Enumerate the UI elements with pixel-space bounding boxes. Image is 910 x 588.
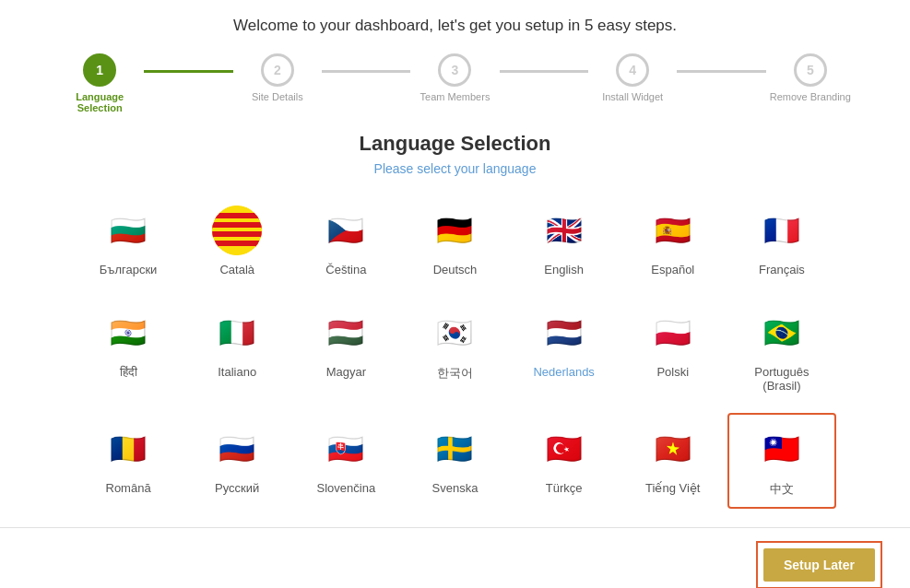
flag-ko: 🇰🇷	[430, 308, 479, 358]
flag-de: 🇩🇪	[430, 206, 479, 255]
lang-zh[interactable]: 🇹🇼 中文	[727, 413, 836, 509]
flag-ru: 🇷🇺	[212, 424, 262, 474]
bottom-bar: Setup Later	[0, 527, 910, 588]
lang-es[interactable]: 🇪🇸 Español	[619, 194, 727, 288]
lang-name-nl: Nederlands	[533, 365, 595, 379]
connector-1-2	[144, 70, 232, 73]
welcome-text: Welcome to your dashboard, let's get you…	[0, 0, 910, 44]
step-label-4: Install Widget	[602, 91, 663, 102]
lang-name-de: Deutsch	[433, 263, 478, 276]
lang-name-es: Español	[651, 263, 694, 276]
lang-name-en: English	[544, 263, 584, 276]
lang-name-pt: Português(Brasil)	[754, 365, 809, 393]
lang-bg[interactable]: 🇧🇬 Български	[74, 194, 183, 288]
lang-ru[interactable]: 🇷🇺 Русский	[183, 413, 291, 509]
lang-name-ko: 한국어	[437, 365, 473, 382]
connector-4-5	[677, 70, 765, 73]
flag-hi: 🇮🇳	[103, 308, 153, 358]
step-circle-4: 4	[616, 53, 649, 87]
flag-vi: 🇻🇳	[648, 424, 698, 474]
step-circle-5: 5	[794, 53, 827, 87]
flag-bg: 🇧🇬	[103, 206, 153, 255]
flag-it: 🇮🇹	[212, 308, 262, 358]
setup-later-button[interactable]: Setup Later	[763, 548, 875, 582]
lang-hu[interactable]: 🇭🇺 Magyar	[291, 297, 400, 404]
lang-name-ca: Català	[219, 263, 254, 276]
lang-pt[interactable]: 🇧🇷 Português(Brasil)	[727, 297, 836, 404]
lang-fr[interactable]: 🇫🇷 Français	[727, 194, 836, 288]
lang-pl[interactable]: 🇵🇱 Polski	[619, 297, 727, 404]
step-5: 5 Remove Branding	[766, 53, 855, 102]
connector-2-3	[322, 70, 410, 73]
lang-name-vi: Tiếng Việt	[645, 481, 700, 495]
lang-ko[interactable]: 🇰🇷 한국어	[400, 297, 509, 404]
lang-name-tr: Türkçe	[546, 481, 583, 495]
lang-sv[interactable]: 🇸🇪 Svenska	[400, 413, 509, 509]
step-4: 4 Install Widget	[588, 53, 677, 102]
lang-nl[interactable]: 🇳🇱 Nederlands	[510, 297, 619, 404]
lang-hi[interactable]: 🇮🇳 हिंदी	[74, 297, 183, 404]
flag-fr: 🇫🇷	[757, 206, 807, 255]
svg-rect-9	[212, 222, 262, 228]
lang-name-hu: Magyar	[326, 365, 366, 379]
lang-name-pl: Polski	[656, 365, 689, 379]
lang-ca[interactable]: Català	[183, 194, 291, 288]
step-label-1: Language Selection	[58, 91, 141, 113]
lang-cs[interactable]: 🇨🇿 Čeština	[291, 194, 400, 288]
lang-name-ro: Română	[106, 481, 151, 495]
flag-zh: 🇹🇼	[757, 424, 807, 474]
flag-ro: 🇷🇴	[103, 424, 153, 474]
step-circle-3: 3	[438, 53, 471, 87]
lang-ro[interactable]: 🇷🇴 Română	[74, 413, 183, 509]
flag-en: 🇬🇧	[539, 206, 589, 255]
flag-ca	[212, 206, 262, 255]
flag-sk: 🇸🇰	[321, 424, 371, 474]
lang-de[interactable]: 🇩🇪 Deutsch	[400, 194, 509, 288]
flag-sv: 🇸🇪	[430, 424, 479, 474]
lang-name-fr: Français	[759, 263, 805, 276]
lang-name-sk: Slovenčina	[317, 481, 376, 495]
svg-rect-8	[212, 213, 262, 218]
step-label-3: Team Members	[420, 91, 490, 102]
step-label-2: Site Details	[252, 91, 303, 102]
lang-name-hi: हिंदी	[120, 365, 137, 380]
step-1: 1 Language Selection	[55, 53, 144, 113]
flag-pt: 🇧🇷	[757, 308, 807, 358]
flag-cs: 🇨🇿	[321, 206, 371, 255]
lang-en[interactable]: 🇬🇧 English	[510, 194, 619, 288]
connector-3-4	[500, 70, 588, 73]
flag-es: 🇪🇸	[648, 206, 698, 255]
main-content: Language Selection Please select your la…	[0, 123, 910, 518]
language-row-2: 🇮🇳 हिंदी 🇮🇹 Italiano 🇭🇺 Magyar 🇰🇷 한국어 🇳🇱…	[74, 297, 836, 404]
section-title: Language Selection	[0, 132, 910, 156]
step-circle-1: 1	[83, 53, 116, 87]
language-row-1: 🇧🇬 Български	[74, 194, 836, 288]
lang-tr[interactable]: 🇹🇷 Türkçe	[510, 413, 619, 509]
setup-later-wrapper: Setup Later	[756, 541, 882, 588]
flag-hu: 🇭🇺	[321, 308, 371, 358]
lang-vi[interactable]: 🇻🇳 Tiếng Việt	[619, 413, 727, 509]
stepper: 1 Language Selection 2 Site Details 3 Te…	[0, 44, 910, 123]
step-label-5: Remove Branding	[770, 91, 851, 102]
step-3: 3 Team Members	[410, 53, 499, 102]
lang-name-cs: Čeština	[325, 263, 366, 276]
lang-name-bg: Български	[100, 263, 158, 276]
section-subtitle: Please select your language	[0, 161, 910, 176]
lang-name-ru: Русский	[215, 481, 259, 495]
step-2: 2 Site Details	[233, 53, 322, 102]
svg-rect-10	[212, 231, 262, 237]
lang-sk[interactable]: 🇸🇰 Slovenčina	[291, 413, 400, 509]
lang-name-it: Italiano	[218, 365, 256, 379]
svg-rect-11	[212, 241, 262, 246]
step-circle-2: 2	[261, 53, 294, 87]
lang-name-zh: 中文	[770, 481, 794, 498]
lang-it[interactable]: 🇮🇹 Italiano	[183, 297, 291, 404]
flag-tr: 🇹🇷	[539, 424, 589, 474]
language-grid: 🇧🇬 Български	[0, 194, 910, 518]
lang-name-sv: Svenska	[432, 481, 479, 495]
flag-pl: 🇵🇱	[648, 308, 698, 358]
language-row-3: 🇷🇴 Română 🇷🇺 Русский 🇸🇰 Slovenčina 🇸🇪 Sv…	[74, 413, 836, 509]
flag-nl: 🇳🇱	[539, 308, 589, 358]
